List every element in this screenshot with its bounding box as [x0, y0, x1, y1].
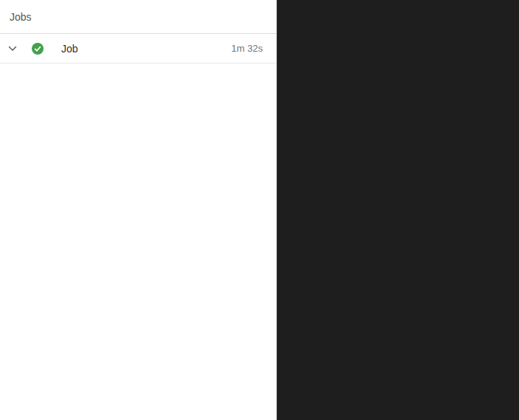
jobs-header: Jobs: [0, 0, 276, 34]
pipeline-job-view: Jobs Job 1m 32s: [0, 0, 519, 420]
chevron-down-icon[interactable]: [7, 44, 18, 54]
check-circle-icon: [32, 43, 44, 55]
job-row[interactable]: Job 1m 32s: [0, 34, 276, 63]
job-duration: 1m 32s: [231, 43, 276, 54]
job-label: Job: [61, 43, 231, 55]
jobs-panel: Jobs Job 1m 32s: [0, 0, 277, 420]
jobs-header-label: Jobs: [10, 11, 32, 23]
log-viewer[interactable]: [277, 0, 519, 420]
